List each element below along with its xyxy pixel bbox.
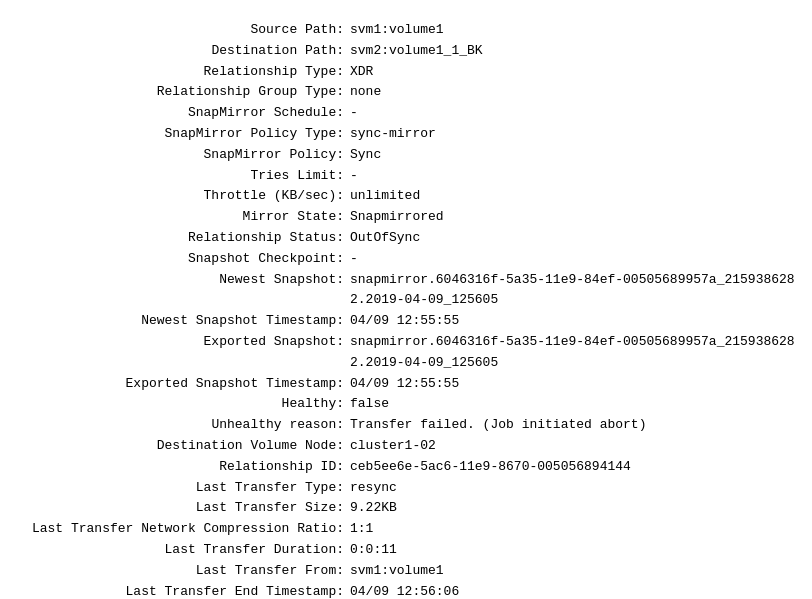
table-row: Last Transfer End Timestamp:04/09 12:56:… xyxy=(10,582,802,599)
row-label: Last Transfer End Timestamp: xyxy=(10,582,350,599)
row-label: Last Transfer Type: xyxy=(10,478,350,499)
row-value: ceb5ee6e-5ac6-11e9-8670-005056894144 xyxy=(350,457,631,478)
row-label: Last Transfer From: xyxy=(10,561,350,582)
table-row: Destination Volume Node:cluster1-02 xyxy=(10,436,802,457)
row-label: Tries Limit: xyxy=(10,166,350,187)
row-value: 0:0:11 xyxy=(350,540,397,561)
table-row: SnapMirror Policy Type:sync-mirror xyxy=(10,124,802,145)
row-label: Unhealthy reason: xyxy=(10,415,350,436)
row-label: Relationship Status: xyxy=(10,228,350,249)
table-row: Newest Snapshot:snapmirror.6046316f-5a35… xyxy=(10,270,802,312)
row-value: svm1:volume1 xyxy=(350,561,444,582)
row-label: Relationship ID: xyxy=(10,457,350,478)
row-label: Relationship Group Type: xyxy=(10,82,350,103)
row-value: svm1:volume1 xyxy=(350,20,444,41)
row-label: Destination Path: xyxy=(10,41,350,62)
table-row: Throttle (KB/sec):unlimited xyxy=(10,186,802,207)
table-row: Last Transfer Duration:0:0:11 xyxy=(10,540,802,561)
row-label: Newest Snapshot Timestamp: xyxy=(10,311,350,332)
table-row: Relationship Status:OutOfSync xyxy=(10,228,802,249)
table-row: Last Transfer Network Compression Ratio:… xyxy=(10,519,802,540)
row-label: Throttle (KB/sec): xyxy=(10,186,350,207)
row-label: Last Transfer Duration: xyxy=(10,540,350,561)
row-label: Mirror State: xyxy=(10,207,350,228)
row-value: Transfer failed. (Job initiated abort) xyxy=(350,415,646,436)
row-value: snapmirror.6046316f-5a35-11e9-84ef-00505… xyxy=(350,332,802,374)
row-label: Relationship Type: xyxy=(10,62,350,83)
table-row: Source Path:svm1:volume1 xyxy=(10,20,802,41)
table-row: Relationship ID:ceb5ee6e-5ac6-11e9-8670-… xyxy=(10,457,802,478)
table-row: Exported Snapshot Timestamp:04/09 12:55:… xyxy=(10,374,802,395)
row-value: 04/09 12:55:55 xyxy=(350,374,459,395)
row-value: 04/09 12:55:55 xyxy=(350,311,459,332)
table-row: Last Transfer Type:resync xyxy=(10,478,802,499)
row-value: 1:1 xyxy=(350,519,373,540)
table-row: SnapMirror Policy:Sync xyxy=(10,145,802,166)
row-label: SnapMirror Policy: xyxy=(10,145,350,166)
table-row: Destination Path:svm2:volume1_1_BK xyxy=(10,41,802,62)
table-row: Relationship Type:XDR xyxy=(10,62,802,83)
info-table: Source Path:svm1:volume1Destination Path… xyxy=(10,20,802,599)
row-value: snapmirror.6046316f-5a35-11e9-84ef-00505… xyxy=(350,270,802,312)
row-value: - xyxy=(350,166,358,187)
row-label: Destination Volume Node: xyxy=(10,436,350,457)
row-value: none xyxy=(350,82,381,103)
row-value: 04/09 12:56:06 xyxy=(350,582,459,599)
row-value: unlimited xyxy=(350,186,420,207)
table-row: Last Transfer Size:9.22KB xyxy=(10,498,802,519)
row-value: 9.22KB xyxy=(350,498,397,519)
table-row: Newest Snapshot Timestamp:04/09 12:55:55 xyxy=(10,311,802,332)
table-row: Snapshot Checkpoint:- xyxy=(10,249,802,270)
row-label: Healthy: xyxy=(10,394,350,415)
row-label: Last Transfer Size: xyxy=(10,498,350,519)
row-value: svm2:volume1_1_BK xyxy=(350,41,483,62)
row-label: SnapMirror Policy Type: xyxy=(10,124,350,145)
row-label: Last Transfer Network Compression Ratio: xyxy=(10,519,350,540)
row-value: cluster1-02 xyxy=(350,436,436,457)
row-label: SnapMirror Schedule: xyxy=(10,103,350,124)
table-row: Relationship Group Type:none xyxy=(10,82,802,103)
row-label: Snapshot Checkpoint: xyxy=(10,249,350,270)
table-row: Healthy:false xyxy=(10,394,802,415)
row-value: Snapmirrored xyxy=(350,207,444,228)
row-value: false xyxy=(350,394,389,415)
table-row: SnapMirror Schedule:- xyxy=(10,103,802,124)
table-row: Last Transfer From:svm1:volume1 xyxy=(10,561,802,582)
table-row: Exported Snapshot:snapmirror.6046316f-5a… xyxy=(10,332,802,374)
row-value: resync xyxy=(350,478,397,499)
table-row: Unhealthy reason:Transfer failed. (Job i… xyxy=(10,415,802,436)
row-value: Sync xyxy=(350,145,381,166)
table-row: Tries Limit:- xyxy=(10,166,802,187)
row-label: Exported Snapshot: xyxy=(10,332,350,374)
row-value: - xyxy=(350,249,358,270)
row-value: OutOfSync xyxy=(350,228,420,249)
row-value: - xyxy=(350,103,358,124)
row-label: Exported Snapshot Timestamp: xyxy=(10,374,350,395)
table-row: Mirror State:Snapmirrored xyxy=(10,207,802,228)
row-value: XDR xyxy=(350,62,373,83)
row-label: Newest Snapshot: xyxy=(10,270,350,312)
row-value: sync-mirror xyxy=(350,124,436,145)
row-label: Source Path: xyxy=(10,20,350,41)
